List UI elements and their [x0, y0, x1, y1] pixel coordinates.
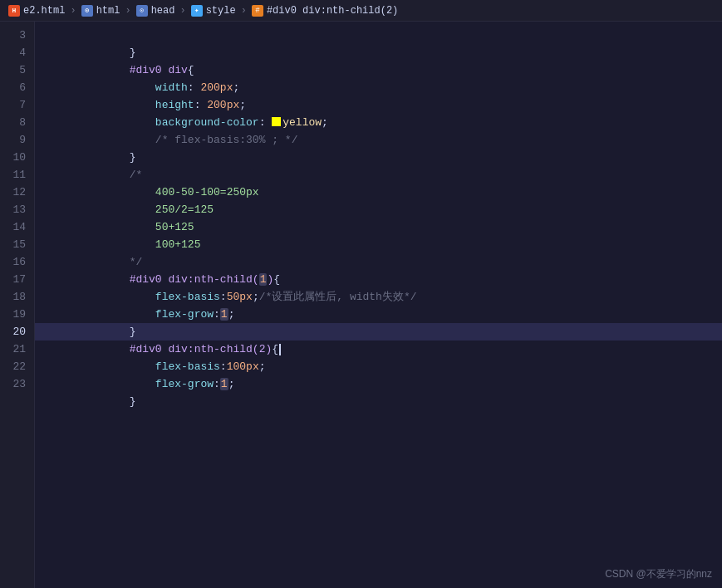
breadcrumb-item-file[interactable]: H e2.html [8, 5, 65, 17]
line-num-13: 13 [0, 201, 34, 218]
line-num-4: 4 [0, 44, 34, 61]
line-num-11: 11 [0, 166, 34, 184]
line-num-5: 5 [0, 61, 34, 79]
line-num-8: 8 [0, 114, 34, 131]
watermark: CSDN @不爱学习的nnz [605, 567, 712, 581]
html-icon: ⊙ [81, 5, 93, 17]
breadcrumb-sep-1: › [70, 5, 76, 17]
line-num-16: 16 [0, 253, 34, 271]
head-icon: ⊙ [136, 5, 148, 17]
breadcrumb-item-selector[interactable]: # #div0 div:nth-child(2) [252, 5, 398, 17]
code-line-10: /* [35, 149, 722, 166]
line-num-10: 10 [0, 149, 34, 166]
line-num-9: 9 [0, 131, 34, 149]
line-num-21: 21 [0, 341, 34, 358]
breadcrumb-sep-2: › [125, 5, 130, 17]
breadcrumb-item-html[interactable]: ⊙ html [81, 5, 120, 17]
breadcrumb-html: html [96, 5, 120, 17]
breadcrumb-head: head [151, 5, 175, 17]
line-num-3: 3 [0, 27, 34, 44]
breadcrumb-bar: H e2.html › ⊙ html › ⊙ head › ✦ style › … [0, 0, 722, 22]
code-line-20: #div0 div:nth-child(2){ [35, 323, 722, 341]
breadcrumb-sep-3: › [179, 5, 185, 17]
editor-container: H e2.html › ⊙ html › ⊙ head › ✦ style › … [0, 0, 722, 588]
line-num-12: 12 [0, 184, 34, 201]
breadcrumb-sep-4: › [241, 5, 247, 17]
breadcrumb-item-head[interactable]: ⊙ head [136, 5, 175, 17]
line-num-23: 23 [0, 375, 34, 393]
breadcrumb-filename: e2.html [23, 5, 65, 17]
breadcrumb-item-style[interactable]: ✦ style [191, 5, 236, 17]
line-num-18: 18 [0, 288, 34, 306]
line-num-17: 17 [0, 271, 34, 288]
line-num-15: 15 [0, 236, 34, 253]
line-num-22: 22 [0, 358, 34, 375]
breadcrumb-style: style [206, 5, 236, 17]
code-area: 3 4 5 6 7 8 9 10 11 12 13 14 15 16 17 18… [0, 22, 722, 588]
style-icon: ✦ [191, 5, 203, 17]
line-num-20: 20 [0, 323, 34, 341]
selector-icon: # [252, 5, 263, 17]
code-content[interactable]: } #div0 div{ width: 200px; height: 200px… [35, 22, 722, 588]
line-num-14: 14 [0, 218, 34, 236]
file-icon: H [8, 5, 20, 17]
code-line-3: } [35, 27, 722, 44]
code-line-4: #div0 div{ [35, 44, 722, 61]
breadcrumb-selector: #div0 div:nth-child(2) [267, 5, 398, 17]
line-num-6: 6 [0, 79, 34, 96]
line-num-19: 19 [0, 306, 34, 323]
line-numbers: 3 4 5 6 7 8 9 10 11 12 13 14 15 16 17 18… [0, 22, 35, 588]
line-num-7: 7 [0, 96, 34, 114]
